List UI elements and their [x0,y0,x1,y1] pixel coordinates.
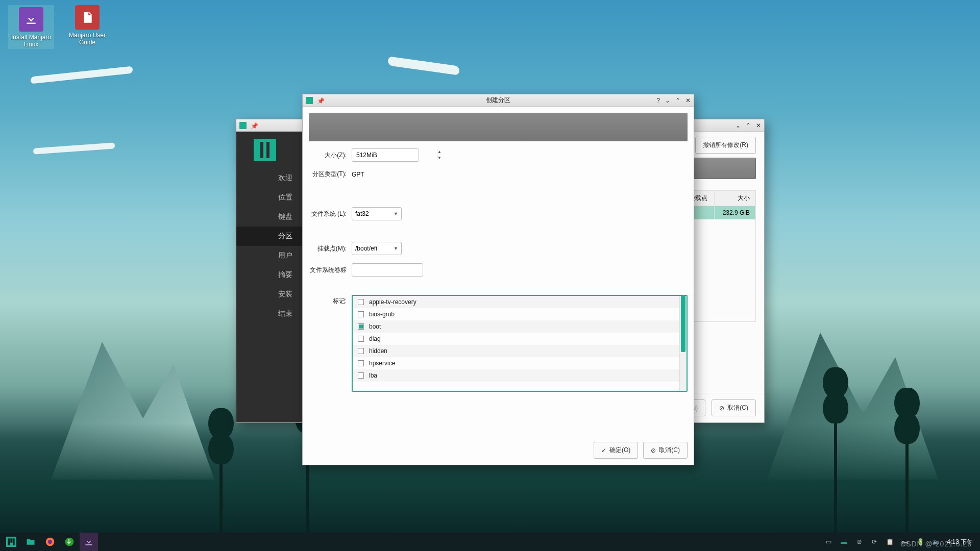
checkbox[interactable] [358,336,364,342]
watermark: CSDN @ 2021.6.28 [900,540,972,548]
checkbox[interactable] [358,323,364,330]
scrollbar[interactable] [679,296,687,391]
cloud-decoration [33,142,115,154]
flag-label: hpservice [369,360,395,367]
check-icon: ✓ [601,447,606,454]
firefox-icon [45,537,55,547]
taskbar-app-installer[interactable] [80,533,98,551]
close-icon[interactable]: ✕ [756,122,761,129]
flag-apple-tv-recovery[interactable]: apple-tv-recovery [353,296,679,308]
desktop-icon-label: Manjaro User Guide [64,32,110,46]
chevron-down-icon: ▼ [394,211,398,216]
label-size: 大小(Z): [309,151,352,160]
tray-updates-icon[interactable]: ⟳ [870,538,878,546]
manjaro-icon [6,537,16,547]
flag-label: lba [369,372,377,379]
flag-bios-grub[interactable]: bios-grub [353,308,679,320]
partition-preview-bar[interactable] [309,113,688,141]
create-partition-dialog: 📌 创建分区 ? ⌄ ⌃ ✕ 大小(Z): ▲▼ 分区类型(T): GPT [302,94,694,465]
app-icon [306,97,313,104]
manjaro-logo-icon [254,139,276,161]
undo-all-button[interactable]: 撤销所有修改(R) [695,137,756,154]
flag-hidden[interactable]: hidden [353,345,679,357]
tray-display-icon[interactable]: ▬ [840,538,848,546]
nav-item-5[interactable]: 摘要 [236,265,303,285]
titlebar[interactable]: 📌 创建分区 ? ⌄ ⌃ ✕ [303,94,694,107]
pin-icon[interactable]: 📌 [317,97,323,104]
flag-hpservice[interactable]: hpservice [353,357,679,369]
desktop-icon-label: Install Manjaro Linux [9,34,53,48]
spin-up-icon[interactable]: ▲ [437,149,442,155]
flag-label: bios-grub [369,311,395,318]
flag-boot[interactable]: boot [353,320,679,333]
app-icon [239,122,247,129]
pin-icon[interactable]: 📌 [251,122,257,129]
file-manager-button[interactable] [21,533,40,551]
svg-rect-1 [8,538,10,545]
fs-label-input[interactable] [352,263,423,277]
column-size: 大小 [715,191,755,206]
dialog-title: 创建分区 [486,96,510,105]
cloud-decoration [388,56,459,76]
cancel-icon: ⊘ [651,447,656,454]
app-launcher-button[interactable] [2,533,20,551]
desktop-icon-install-manjaro[interactable]: Install Manjaro Linux [8,5,54,49]
minimize-icon[interactable]: ⌄ [665,97,670,104]
close-icon[interactable]: ✕ [685,97,691,104]
flag-lba[interactable]: lba [353,369,679,382]
maximize-icon[interactable]: ⌃ [746,122,751,129]
svg-rect-3 [13,538,14,545]
nav-item-2[interactable]: 键盘 [236,207,303,227]
size-spinner[interactable]: ▲▼ [352,148,419,162]
checkbox[interactable] [358,360,364,366]
nav-item-0[interactable]: 欢迎 [236,168,303,188]
taskbar: ▭ ▬ ⎚ ⟳ 📋 🖴 🔋 🔈 4:13 下午 [0,533,980,551]
flag-label: hidden [369,347,387,355]
minimize-icon[interactable]: ⌄ [736,122,741,129]
scrollbar-thumb[interactable] [681,296,685,352]
cancel-button[interactable]: ⊘取消(C) [643,442,688,459]
flag-diag[interactable]: diag [353,333,679,345]
installer-task-icon [84,537,94,547]
nav-item-4[interactable]: 用户 [236,246,303,265]
firefox-button[interactable] [41,533,59,551]
flag-label: apple-tv-recovery [369,298,416,306]
tray-network-icon[interactable]: ⎚ [855,538,863,546]
desktop-icon-user-guide[interactable]: Manjaro User Guide [64,5,110,46]
installer-sidebar: 欢迎位置键盘分区用户摘要安装结束 [236,132,303,422]
filesystem-select[interactable]: fat32▼ [352,207,402,220]
checkbox[interactable] [358,311,364,317]
checkbox[interactable] [358,299,364,305]
nav-item-1[interactable]: 位置 [236,188,303,207]
tray-clipboard-icon[interactable]: 📋 [886,538,894,546]
cloud-decoration [31,66,133,84]
chevron-down-icon: ▼ [394,246,398,251]
mountpoint-select[interactable]: /boot/efi▼ [352,242,402,255]
folder-icon [26,537,36,547]
download-circle-icon [64,537,75,547]
ok-button[interactable]: ✓确定(O) [594,442,638,459]
label-filesystem: 文件系统 (L): [309,210,352,218]
download-icon [24,13,38,26]
cancel-button[interactable]: ⊘取消(C) [712,399,756,416]
nav-item-6[interactable]: 安装 [236,285,303,304]
desktop: Install Manjaro Linux Manjaro User Guide… [0,0,980,551]
partition-type-value: GPT [352,171,364,178]
spin-down-icon[interactable]: ▼ [437,155,442,161]
nav-item-3[interactable]: 分区 [236,227,303,246]
maximize-icon[interactable]: ⌃ [675,97,680,104]
checkbox[interactable] [358,348,364,354]
tray-desktop-icon[interactable]: ▭ [824,538,832,546]
checkbox[interactable] [358,372,364,379]
size-input[interactable] [352,152,437,159]
svg-point-5 [48,540,52,544]
download-button[interactable] [60,533,79,551]
help-icon[interactable]: ? [656,97,660,104]
cell-size: 232.9 GiB [715,206,755,219]
pdf-icon [81,11,94,24]
tree-decoration [219,423,223,536]
nav-item-7[interactable]: 结束 [236,304,303,323]
label-mountpoint: 挂载点(M): [309,244,352,253]
label-partition-type: 分区类型(T): [309,170,352,179]
flags-list[interactable]: apple-tv-recoverybios-grubbootdiaghidden… [353,296,679,391]
